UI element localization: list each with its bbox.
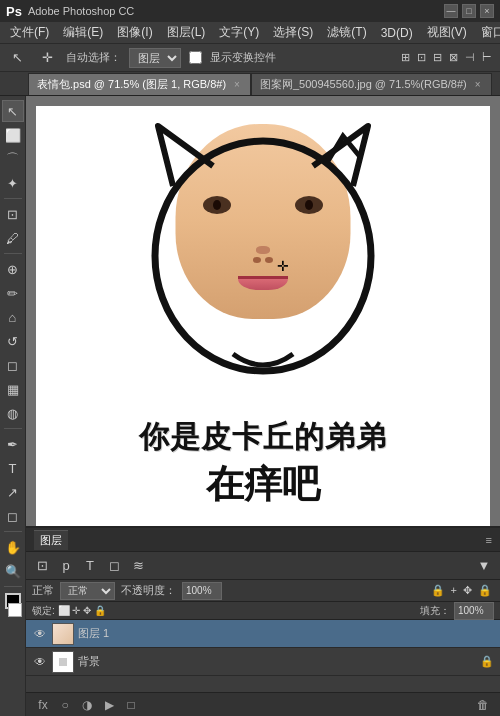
main-area: ↖ ⬜ ⌒ ✦ ⊡ 🖊 ⊕ ✏ ⌂ ↺ ◻ ▦ ◍ ✒ T ↗ ◻ ✋ 🔍: [0, 96, 500, 716]
layers-controls: 正常 正常 不透明度： 🔒 + ✥ 🔒: [26, 580, 500, 602]
menu-filter[interactable]: 滤镜(T): [321, 22, 372, 43]
transform-label: 显示变换控件: [210, 50, 276, 65]
layer-thumb-bg: [52, 651, 74, 673]
footer-mask-btn[interactable]: ○: [56, 696, 74, 714]
crosshair-icon: ✛: [36, 47, 58, 69]
layer-lock-bg: 🔒: [480, 655, 494, 668]
photoshop-canvas[interactable]: ✛: [36, 106, 490, 526]
tool-bg-color[interactable]: [8, 603, 22, 617]
tool-text[interactable]: T: [2, 457, 24, 479]
tool-eyedropper[interactable]: 🖊: [2, 227, 24, 249]
tool-path-select[interactable]: ↗: [2, 481, 24, 503]
layers-panel-header: 图层 ≡: [26, 528, 500, 552]
layer-adj-btn[interactable]: ≋: [128, 556, 148, 576]
divider-5: [4, 586, 22, 587]
titlebar-left: Ps Adobe Photoshop CC: [6, 4, 134, 19]
opacity-input[interactable]: [182, 582, 222, 600]
cursor-indicator: ✛: [277, 258, 289, 274]
tab-jpg[interactable]: 图案网_500945560.jpg @ 71.5%(RGB/8#) ×: [251, 73, 492, 95]
options-bar: ↖ ✛ 自动选择： 图层 显示变换控件 ⊞ ⊡ ⊟ ⊠ ⊣ ⊢: [0, 44, 500, 72]
close-button[interactable]: ×: [480, 4, 494, 18]
transform-checkbox[interactable]: [189, 51, 202, 64]
menu-layer[interactable]: 图层(L): [161, 22, 212, 43]
layer-type-btn[interactable]: p: [56, 556, 76, 576]
maximize-button[interactable]: □: [462, 4, 476, 18]
tool-shape[interactable]: ◻: [2, 505, 24, 527]
toolbar-left: ↖ ⬜ ⌒ ✦ ⊡ 🖊 ⊕ ✏ ⌂ ↺ ◻ ▦ ◍ ✒ T ↗ ◻ ✋ 🔍: [0, 96, 26, 716]
menu-window[interactable]: 窗口(W): [475, 22, 500, 43]
opacity-label: 不透明度：: [121, 583, 176, 598]
footer-adj-btn[interactable]: ◑: [78, 696, 96, 714]
menu-select[interactable]: 选择(S): [267, 22, 319, 43]
layers-tab[interactable]: 图层: [34, 530, 68, 550]
layers-options-btn[interactable]: ≡: [486, 534, 492, 546]
tool-clone[interactable]: ⌂: [2, 306, 24, 328]
layers-toolbar: ⊡ p T ◻ ≋ ▼: [26, 552, 500, 580]
tool-eraser[interactable]: ◻: [2, 354, 24, 376]
menu-text[interactable]: 文字(Y): [213, 22, 265, 43]
tool-history[interactable]: ↺: [2, 330, 24, 352]
tool-brush[interactable]: ✏: [2, 282, 24, 304]
blend-mode-label: 正常: [32, 583, 54, 598]
layer-thumb-1: [52, 623, 74, 645]
layer-t-btn[interactable]: T: [80, 556, 100, 576]
auto-select-dropdown[interactable]: 图层: [129, 48, 181, 68]
meme-text-line1: 你是皮卡丘的弟弟: [36, 417, 490, 458]
tool-select-rect[interactable]: ⬜: [2, 124, 24, 146]
lock-icon-4[interactable]: 🔒: [476, 584, 494, 597]
fill-lock-icons: 锁定: ⬜ ✛ ✥ 🔒: [32, 604, 106, 618]
canvas-wrapper: ✛: [26, 96, 500, 526]
menu-edit[interactable]: 编辑(E): [57, 22, 109, 43]
layers-footer: fx ○ ◑ ▶ □ 🗑: [26, 692, 500, 716]
lock-icon-2[interactable]: +: [449, 584, 459, 597]
tab-close-psd[interactable]: ×: [234, 79, 240, 90]
layer-row-1[interactable]: 👁 图层 1: [26, 620, 500, 648]
tool-pen[interactable]: ✒: [2, 433, 24, 455]
title-bar: Ps Adobe Photoshop CC — □ ×: [0, 0, 500, 22]
footer-new-btn[interactable]: □: [122, 696, 140, 714]
menu-bar: 文件(F) 编辑(E) 图像(I) 图层(L) 文字(Y) 选择(S) 滤镜(T…: [0, 22, 500, 44]
lock-icon-1[interactable]: 🔒: [429, 584, 447, 597]
layer-shape-btn[interactable]: ◻: [104, 556, 124, 576]
blend-mode-select[interactable]: 正常: [60, 582, 115, 600]
tab-bar: 表情包.psd @ 71.5% (图层 1, RGB/8#) × 图案网_500…: [0, 72, 500, 96]
titlebar-controls[interactable]: — □ ×: [444, 4, 494, 18]
menu-image[interactable]: 图像(I): [111, 22, 158, 43]
tab-psd[interactable]: 表情包.psd @ 71.5% (图层 1, RGB/8#) ×: [28, 73, 251, 95]
layer-row-bg[interactable]: 👁 背景 🔒: [26, 648, 500, 676]
canvas-content: ✛: [36, 106, 490, 526]
footer-delete-btn[interactable]: 🗑: [474, 696, 492, 714]
minimize-button[interactable]: —: [444, 4, 458, 18]
move-tool-icon: ↖: [6, 47, 28, 69]
menu-file[interactable]: 文件(F): [4, 22, 55, 43]
footer-icons-left: fx ○ ◑ ▶ □: [34, 696, 140, 714]
tool-zoom[interactable]: 🔍: [2, 560, 24, 582]
lock-icon-3[interactable]: ✥: [461, 584, 474, 597]
layer-visibility-bg[interactable]: 👁: [32, 654, 48, 670]
tool-hand[interactable]: ✋: [2, 536, 24, 558]
tab-close-jpg[interactable]: ×: [475, 79, 481, 90]
layer-filter-btn[interactable]: ▼: [474, 556, 494, 576]
fill-input[interactable]: [454, 602, 494, 620]
menu-3d[interactable]: 3D(D): [375, 24, 419, 42]
tool-burn[interactable]: ◍: [2, 402, 24, 424]
tool-wand[interactable]: ✦: [2, 172, 24, 194]
auto-select-label: 自动选择：: [66, 50, 121, 65]
layer-name-1: 图层 1: [78, 626, 494, 641]
svg-point-0: [155, 141, 371, 371]
tool-crop[interactable]: ⊡: [2, 203, 24, 225]
ps-logo: Ps: [6, 4, 22, 19]
menu-view[interactable]: 视图(V): [421, 22, 473, 43]
layer-visibility-1[interactable]: 👁: [32, 626, 48, 642]
footer-group-btn[interactable]: ▶: [100, 696, 118, 714]
tool-lasso[interactable]: ⌒: [2, 148, 24, 170]
canvas-area: ✛: [26, 96, 500, 716]
tool-gradient[interactable]: ▦: [2, 378, 24, 400]
tool-heal[interactable]: ⊕: [2, 258, 24, 280]
tool-move[interactable]: ↖: [2, 100, 24, 122]
app-title: Adobe Photoshop CC: [28, 5, 134, 17]
meme-text-line2: 在痒吧: [36, 459, 490, 510]
layer-normal-btn[interactable]: ⊡: [32, 556, 52, 576]
footer-fx-btn[interactable]: fx: [34, 696, 52, 714]
divider-4: [4, 531, 22, 532]
